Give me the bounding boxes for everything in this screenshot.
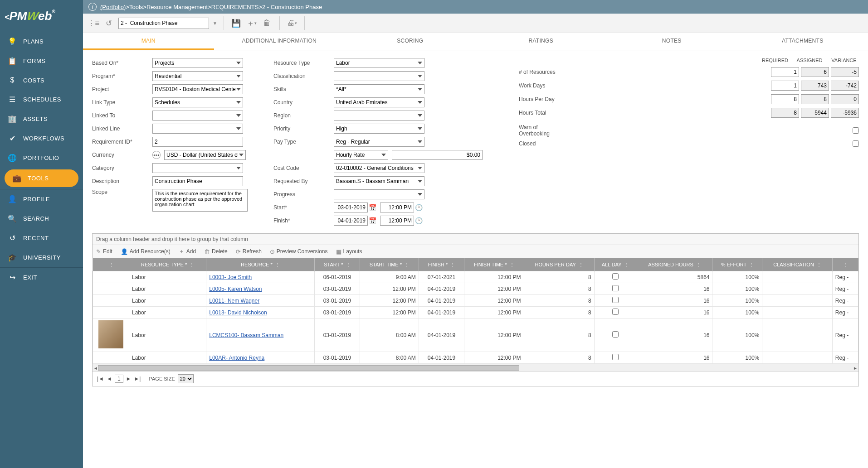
nav-plans[interactable]: 💡PLANS (0, 32, 83, 51)
tab-additional[interactable]: ADDITIONAL INFORMATION (214, 33, 345, 50)
resource-type-select[interactable] (334, 58, 424, 68)
linked-to-select[interactable] (152, 111, 243, 121)
group-hint[interactable]: Drag a column header and drop it here to… (93, 234, 858, 245)
finish-time-input[interactable] (380, 216, 414, 226)
breadcrumb-root[interactable]: (Portfolio) (100, 4, 126, 10)
nav-university[interactable]: 🎓UNIVERSITY (0, 248, 83, 267)
nav-recent[interactable]: ↺RECENT (0, 228, 83, 248)
col-header[interactable]: ⋮ (93, 258, 129, 271)
resource-link[interactable]: L0003- Joe Smith (209, 274, 252, 280)
col-header[interactable]: START * ⋮ (314, 258, 360, 271)
col-header[interactable]: HOURS PER DAY ⋮ (524, 258, 594, 271)
classification-select[interactable] (334, 71, 424, 81)
tab-scoring[interactable]: SCORING (345, 33, 476, 50)
pager-first-icon[interactable]: |◄ (97, 376, 104, 382)
table-row[interactable]: LaborL00AR- Antonio Reyna03-01-20198:00 … (93, 352, 858, 364)
scroll-thumb[interactable] (98, 365, 519, 371)
col-header[interactable]: ALL DAY ⋮ (594, 258, 636, 271)
nav-portfolio[interactable]: 🌐PORTFOLIO (0, 148, 83, 168)
allday-checkbox[interactable] (612, 354, 619, 360)
tab-ratings[interactable]: RATINGS (476, 33, 607, 50)
col-header[interactable]: ⋮ (832, 258, 858, 271)
col-header[interactable]: FINISH TIME * ⋮ (464, 258, 524, 271)
horizontal-scrollbar[interactable]: ◄ ► (93, 364, 858, 371)
tab-notes[interactable]: NOTES (606, 33, 737, 50)
nav-costs[interactable]: $COSTS (0, 71, 83, 90)
col-header[interactable]: ASSIGNED HOURS ⋮ (636, 258, 712, 271)
nav-forms[interactable]: 📋FORMS (0, 51, 83, 71)
col-header[interactable]: RESOURCE * ⋮ (206, 258, 315, 271)
nav-profile[interactable]: 👤PROFILE (0, 189, 83, 209)
delete-icon[interactable]: 🗑 (261, 17, 273, 29)
calendar-icon[interactable]: 📅 (369, 204, 376, 211)
skills-select[interactable] (334, 84, 424, 94)
scroll-right-icon[interactable]: ► (852, 364, 858, 372)
history-icon[interactable]: ↺ (103, 17, 115, 29)
col-header[interactable]: CLASSIFICATION ⋮ (762, 258, 833, 271)
hpd-req[interactable] (771, 94, 799, 104)
add-icon[interactable]: ＋▾ (246, 17, 258, 29)
grid-add-button[interactable]: ＋Add (179, 247, 196, 256)
nav-workflows[interactable]: ✔WORKFLOWS (0, 129, 83, 148)
nav-assets[interactable]: 🏢ASSETS (0, 109, 83, 129)
pager-last-icon[interactable]: ►| (134, 376, 141, 382)
rate-value-input[interactable] (392, 150, 483, 160)
tab-attachments[interactable]: ATTACHMENTS (737, 33, 868, 50)
rate-type-select[interactable] (334, 150, 388, 160)
resource-link[interactable]: L00AR- Antonio Reyna (209, 355, 264, 361)
col-header[interactable]: FINISH * ⋮ (419, 258, 464, 271)
clock-icon[interactable]: 🕐 (415, 204, 423, 211)
tab-main[interactable]: MAIN (83, 33, 214, 50)
based-on-select[interactable] (152, 58, 243, 68)
resource-link[interactable]: LCMCS100- Bassam Samman (209, 332, 283, 338)
warn-checkbox[interactable] (853, 127, 859, 134)
nav-exit[interactable]: ↪EXIT (0, 268, 83, 287)
cost-code-select[interactable] (334, 163, 424, 173)
workdays-req[interactable] (771, 81, 799, 91)
start-date-input[interactable] (334, 203, 368, 212)
country-select[interactable] (334, 97, 424, 107)
allday-checkbox[interactable] (612, 309, 619, 315)
info-icon[interactable]: i (88, 3, 97, 11)
allday-checkbox[interactable] (612, 297, 619, 303)
nav-tools[interactable]: 💼TOOLS (5, 169, 78, 187)
allday-checkbox[interactable] (612, 285, 619, 291)
link-type-select[interactable] (152, 97, 243, 107)
scope-textarea[interactable]: This is the resource requirement for the… (152, 189, 248, 212)
resource-link[interactable]: L0005- Karen Watson (209, 286, 262, 292)
category-select[interactable] (152, 163, 243, 173)
col-header[interactable]: % EFFORT ⋮ (712, 258, 762, 271)
linked-line-select[interactable] (152, 124, 243, 134)
program-select[interactable] (152, 71, 243, 81)
grid-add-resources-button[interactable]: 👤Add Resource(s) (121, 248, 171, 255)
req-id-input[interactable] (152, 137, 243, 147)
grid-edit-button[interactable]: ✎Edit (96, 248, 112, 255)
pay-type-select[interactable] (334, 137, 424, 147)
resources-req[interactable] (771, 67, 799, 77)
progress-select[interactable] (334, 189, 424, 199)
table-row[interactable]: LaborL0011- Nem Wagner03-01-201912:00 PM… (93, 295, 858, 307)
currency-more-icon[interactable]: ••• (152, 151, 161, 159)
toggle-menu-icon[interactable]: ⋮≡ (88, 17, 99, 29)
allday-checkbox[interactable] (612, 331, 619, 338)
col-header[interactable]: START TIME * ⋮ (360, 258, 419, 271)
save-icon[interactable]: 💾 (230, 17, 242, 29)
table-row[interactable]: LaborL0013- David Nicholson03-01-201912:… (93, 307, 858, 318)
resource-link[interactable]: L0011- Nem Wagner (209, 298, 259, 304)
calendar-icon[interactable]: 📅 (369, 217, 376, 224)
nav-schedules[interactable]: ☰SCHEDULES (0, 90, 83, 109)
start-time-input[interactable] (380, 203, 414, 212)
pager-next-icon[interactable]: ► (126, 376, 132, 382)
allday-checkbox[interactable] (612, 273, 619, 280)
currency-select[interactable] (164, 150, 246, 160)
region-select[interactable] (334, 111, 424, 121)
print-icon[interactable]: 🖨▾ (286, 17, 298, 29)
table-row[interactable]: LaborL0003- Joe Smith06-01-20199:00 AM07… (93, 271, 858, 283)
grid-layouts-button[interactable]: ▦Layouts (336, 248, 362, 255)
clock-icon[interactable]: 🕐 (415, 217, 423, 224)
requested-by-select[interactable] (334, 176, 424, 186)
resource-link[interactable]: L0013- David Nicholson (209, 309, 267, 316)
col-header[interactable]: RESOURCE TYPE * ⋮ (129, 258, 206, 271)
page-size-select[interactable]: 20 (178, 374, 194, 383)
nav-search[interactable]: 🔍SEARCH (0, 209, 83, 228)
